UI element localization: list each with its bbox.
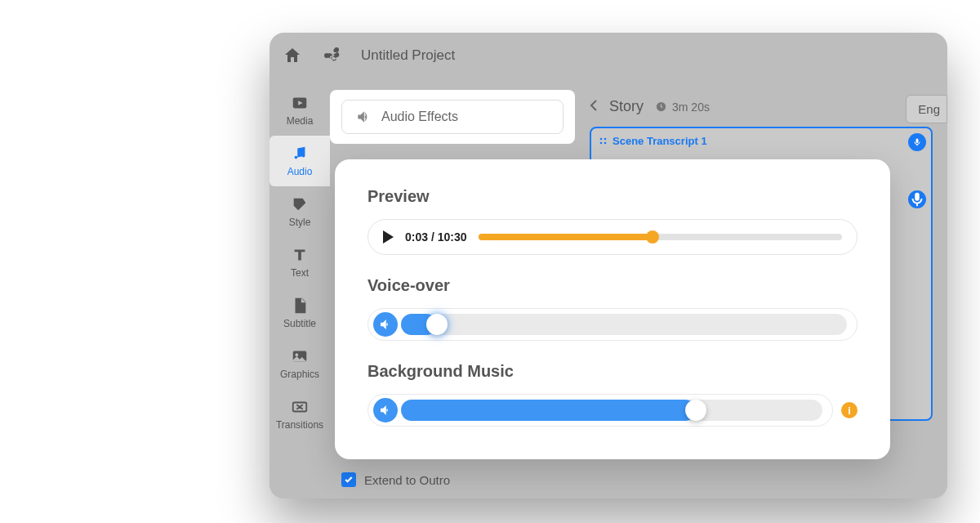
language-selector[interactable]: Eng — [906, 95, 947, 123]
clock-icon — [655, 101, 667, 113]
time-label: 0:03 / 10:30 — [405, 230, 467, 244]
bgm-heading: Background Music — [368, 362, 858, 381]
info-icon[interactable]: i — [841, 402, 858, 418]
voice-badge-icon[interactable] — [908, 190, 926, 208]
scene-label-text: Scene Transcript 1 — [612, 135, 707, 147]
share-icon[interactable] — [322, 46, 341, 65]
sidebar-item-transitions[interactable]: Transitions — [270, 389, 330, 440]
sidebar-item-audio[interactable]: Audio — [270, 136, 330, 186]
preview-heading: Preview — [368, 187, 858, 206]
duration-text: 3m 20s — [672, 101, 710, 114]
time-current: 0:03 — [405, 230, 428, 244]
audio-effects-label: Audio Effects — [381, 110, 458, 124]
graphics-icon — [291, 347, 309, 365]
audio-effects-button[interactable]: Audio Effects — [341, 100, 564, 134]
preview-progress-thumb[interactable] — [646, 230, 659, 244]
sidebar-item-label: Media — [287, 115, 314, 127]
sidebar-item-label: Transitions — [276, 419, 323, 431]
sidebar-item-label: Audio — [287, 166, 313, 177]
sidebar-item-label: Style — [289, 217, 311, 228]
preview-progress-fill — [479, 234, 653, 240]
bgm-fill — [401, 400, 696, 421]
topbar: Untitled Project — [270, 33, 947, 78]
voiceover-slider[interactable] — [368, 308, 858, 341]
sidebar-item-label: Text — [291, 267, 309, 279]
svg-point-7 — [604, 137, 607, 140]
preview-progress[interactable] — [479, 234, 842, 240]
svg-point-3 — [296, 353, 299, 356]
style-icon — [291, 195, 309, 213]
volume-icon[interactable] — [373, 398, 398, 422]
extend-label: Extend to Outro — [364, 473, 450, 487]
story-header: Story 3m 20s — [590, 98, 933, 115]
sidebar-item-label: Graphics — [280, 369, 319, 380]
sidebar-item-graphics[interactable]: Graphics — [270, 338, 330, 389]
sidebar-item-label: Subtitle — [283, 318, 316, 329]
volume-icon[interactable] — [373, 312, 398, 337]
svg-point-8 — [600, 141, 603, 144]
bgm-slider[interactable] — [368, 394, 833, 427]
voiceover-thumb[interactable] — [426, 314, 448, 335]
extend-to-outro-row[interactable]: Extend to Outro — [341, 472, 450, 487]
svg-point-6 — [600, 137, 603, 140]
audio-effects-highlight: Audio Effects — [330, 90, 575, 144]
subtitle-icon — [291, 297, 309, 315]
speaker-icon — [355, 109, 372, 125]
extend-checkbox[interactable] — [341, 472, 356, 487]
time-total: 10:30 — [438, 230, 467, 244]
media-icon — [291, 94, 309, 112]
sidebar-item-text[interactable]: Text — [270, 237, 330, 288]
duration-row: 3m 20s — [655, 101, 710, 114]
home-icon[interactable] — [283, 46, 302, 65]
text-icon — [291, 246, 309, 264]
sidebar-item-subtitle[interactable]: Subtitle — [270, 288, 330, 338]
sidebar: Media Audio Style Text Subtitle Graphics… — [270, 78, 330, 498]
svg-point-9 — [604, 141, 607, 144]
back-chevron-icon[interactable] — [590, 99, 598, 115]
voiceover-heading: Voice-over — [368, 276, 858, 295]
bgm-track[interactable] — [401, 400, 822, 421]
audio-effects-popover: Preview 0:03 / 10:30 Voice-over Backgrou… — [335, 159, 890, 459]
transitions-icon — [291, 398, 309, 416]
sidebar-item-media[interactable]: Media — [270, 85, 330, 136]
time-sep: / — [428, 230, 438, 244]
scene-label: Scene Transcript 1 — [599, 135, 923, 147]
bgm-thumb[interactable] — [685, 400, 706, 421]
story-title[interactable]: Story — [609, 98, 644, 115]
play-button[interactable] — [383, 230, 394, 244]
project-title: Untitled Project — [361, 47, 455, 64]
preview-player: 0:03 / 10:30 — [368, 219, 858, 255]
voice-badge-icon[interactable] — [908, 133, 926, 151]
audio-icon — [291, 145, 309, 163]
drag-handle-icon[interactable] — [599, 137, 608, 145]
sidebar-item-style[interactable]: Style — [270, 186, 330, 237]
voiceover-track[interactable] — [401, 314, 847, 335]
